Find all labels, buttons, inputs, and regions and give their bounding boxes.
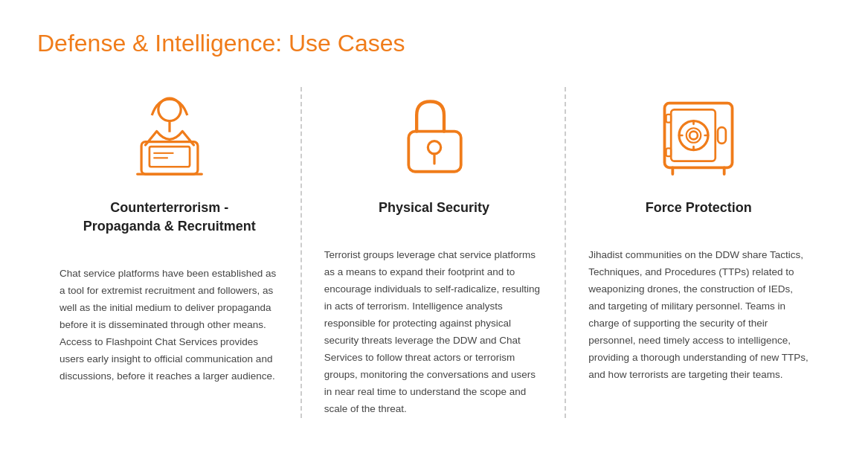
column-counterterrorism: Counterterrorism -Propaganda & Recruitme… <box>37 87 302 418</box>
svg-rect-2 <box>150 147 190 167</box>
column-force-protection: Force Protection Jihadist communities on… <box>566 87 831 418</box>
page-title: Defense & Intelligence: Use Cases <box>37 30 831 57</box>
counterterrorism-icon <box>121 87 218 184</box>
force-protection-description: Jihadist communities on the DDW share Ta… <box>588 247 808 384</box>
svg-rect-20 <box>666 115 672 123</box>
svg-rect-21 <box>666 148 672 156</box>
counterterrorism-title: Counterterrorism -Propaganda & Recruitme… <box>83 199 256 236</box>
svg-point-8 <box>428 141 440 154</box>
svg-rect-18 <box>718 127 726 144</box>
use-cases-container: Counterterrorism -Propaganda & Recruitme… <box>37 87 831 418</box>
physical-security-icon <box>386 87 483 184</box>
physical-security-description: Terrorist groups leverage chat service p… <box>324 247 544 417</box>
counterterrorism-description: Chat service platforms have been establi… <box>60 266 280 385</box>
svg-rect-7 <box>408 132 460 172</box>
force-protection-title: Force Protection <box>646 199 752 217</box>
physical-security-title: Physical Security <box>379 199 489 217</box>
svg-point-12 <box>679 121 708 150</box>
svg-point-19 <box>687 128 701 143</box>
column-physical-security: Physical Security Terrorist groups lever… <box>302 87 567 418</box>
svg-point-13 <box>689 132 698 140</box>
force-protection-icon <box>650 87 747 184</box>
